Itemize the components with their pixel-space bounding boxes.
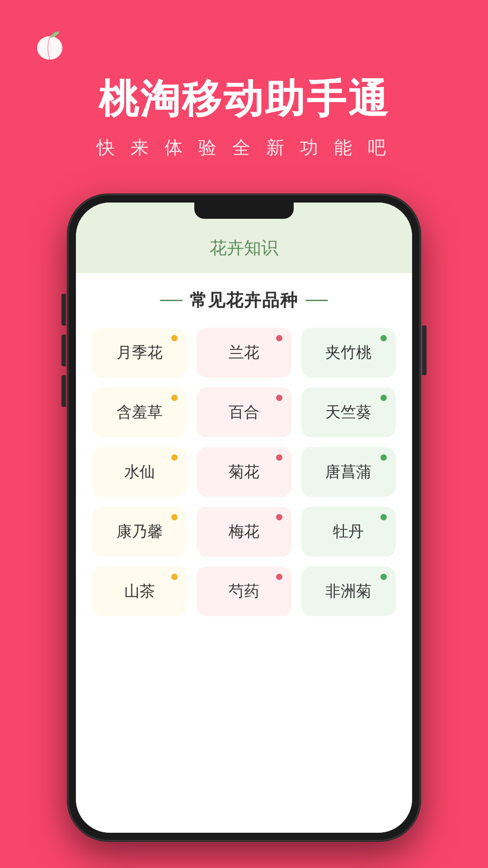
svg-point-0 xyxy=(37,36,62,60)
section-title-line-left xyxy=(160,300,183,301)
flower-dot xyxy=(276,395,282,401)
flower-name: 水仙 xyxy=(124,462,155,482)
flower-dot xyxy=(380,454,387,461)
flower-name: 百合 xyxy=(229,402,259,423)
flower-card[interactable]: 天竺葵 xyxy=(301,387,396,437)
section-title-line-right xyxy=(305,300,328,301)
main-title: 桃淘移动助手通 xyxy=(0,72,488,126)
flower-card[interactable]: 兰花 xyxy=(197,328,291,377)
flower-name: 夹竹桃 xyxy=(325,342,371,363)
flower-name: 梅花 xyxy=(229,521,259,542)
phone-frame: 花卉知识 常见花卉品种 月季花兰花夹竹桃含羞草百合天竺葵水仙菊花唐菖蒲康乃馨梅花… xyxy=(68,194,420,841)
flower-grid: 月季花兰花夹竹桃含羞草百合天竺葵水仙菊花唐菖蒲康乃馨梅花牡丹山茶芍药非洲菊 xyxy=(76,323,412,634)
screen-content: 花卉知识 常见花卉品种 月季花兰花夹竹桃含羞草百合天竺葵水仙菊花唐菖蒲康乃馨梅花… xyxy=(76,203,412,833)
flower-dot xyxy=(276,454,282,461)
title-area: 桃淘移动助手通 快 来 体 验 全 新 功 能 吧 xyxy=(0,72,488,160)
flower-card[interactable]: 牡丹 xyxy=(301,507,396,557)
flower-card[interactable]: 山茶 xyxy=(92,566,187,616)
flower-dot xyxy=(380,395,387,401)
flower-dot xyxy=(171,514,178,520)
flower-dot xyxy=(380,335,387,341)
flower-name: 康乃馨 xyxy=(117,521,163,542)
flower-card[interactable]: 含羞草 xyxy=(92,387,187,437)
flower-dot xyxy=(171,395,178,401)
flower-dot xyxy=(276,514,282,520)
flower-card[interactable]: 百合 xyxy=(197,387,291,437)
sub-title: 快 来 体 验 全 新 功 能 吧 xyxy=(0,135,488,160)
flower-name: 菊花 xyxy=(229,462,259,482)
section-title-area: 常见花卉品种 xyxy=(76,273,412,323)
flower-name: 山茶 xyxy=(124,581,155,602)
flower-name: 芍药 xyxy=(229,581,259,602)
phone-screen: 花卉知识 常见花卉品种 月季花兰花夹竹桃含羞草百合天竺葵水仙菊花唐菖蒲康乃馨梅花… xyxy=(76,203,412,833)
notch xyxy=(194,203,294,219)
flower-name: 天竺葵 xyxy=(325,402,371,423)
flower-card[interactable]: 芍药 xyxy=(197,566,291,616)
flower-card[interactable]: 菊花 xyxy=(197,447,291,497)
screen-bottom xyxy=(76,634,412,833)
flower-name: 含羞草 xyxy=(117,402,163,423)
flower-name: 月季花 xyxy=(117,342,163,363)
flower-dot xyxy=(276,574,282,580)
flower-dot xyxy=(276,335,282,341)
peach-icon xyxy=(32,27,68,63)
logo-area xyxy=(32,27,68,63)
flower-dot xyxy=(171,454,178,461)
flower-card[interactable]: 水仙 xyxy=(92,447,187,497)
phone-mockup: 花卉知识 常见花卉品种 月季花兰花夹竹桃含羞草百合天竺葵水仙菊花唐菖蒲康乃馨梅花… xyxy=(68,194,420,841)
flower-card[interactable]: 夹竹桃 xyxy=(301,328,396,377)
flower-name: 非洲菊 xyxy=(325,581,371,602)
flower-name: 牡丹 xyxy=(333,521,364,542)
flower-dot xyxy=(380,514,387,520)
flower-card[interactable]: 梅花 xyxy=(197,507,291,557)
section-title-text: 常见花卉品种 xyxy=(190,289,298,312)
flower-card[interactable]: 唐菖蒲 xyxy=(301,447,396,497)
flower-dot xyxy=(380,574,387,580)
flower-name: 唐菖蒲 xyxy=(325,462,371,482)
screen-header-title: 花卉知识 xyxy=(94,236,394,259)
flower-dot xyxy=(171,335,178,341)
flower-card[interactable]: 康乃馨 xyxy=(92,507,187,557)
flower-card[interactable]: 非洲菊 xyxy=(301,566,396,616)
flower-dot xyxy=(171,574,178,580)
flower-card[interactable]: 月季花 xyxy=(92,328,187,377)
flower-name: 兰花 xyxy=(229,342,259,363)
